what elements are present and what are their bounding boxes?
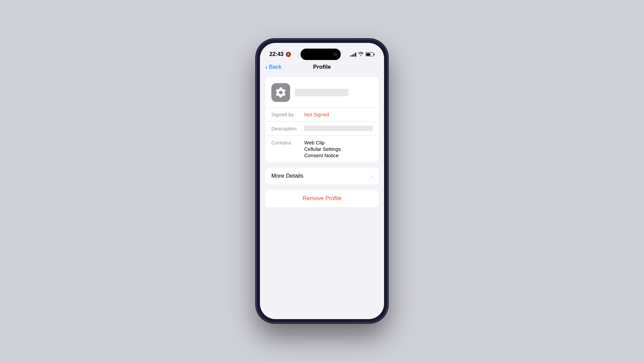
description-label: Description <box>271 126 302 131</box>
contains-item-1: Web Clip <box>304 140 341 145</box>
contains-item-3: Consent Notice <box>304 153 341 158</box>
signed-by-value: Not Signed <box>304 112 329 117</box>
status-left: 22:43 🔕 <box>269 51 291 58</box>
profile-name-placeholder <box>295 89 348 96</box>
contains-item-2: Cellular Settings <box>304 146 341 152</box>
more-details-card: More Details › <box>265 168 379 184</box>
signal-bars-icon <box>350 52 356 57</box>
chevron-right-icon: › <box>371 173 373 179</box>
wifi-icon <box>358 52 364 57</box>
contains-label: Contains <box>271 140 302 145</box>
signed-by-row: Signed by Not Signed <box>265 108 379 122</box>
more-details-label: More Details <box>271 173 303 179</box>
contains-list: Web Clip Cellular Settings Consent Notic… <box>304 140 341 158</box>
profile-card: Signed by Not Signed Description Contain… <box>265 77 379 162</box>
phone-device: 22:43 🔕 <box>257 40 387 322</box>
signal-bar-1 <box>350 55 351 57</box>
back-chevron-icon: ‹ <box>265 64 268 70</box>
battery-tip <box>374 54 375 55</box>
signal-bar-3 <box>354 54 355 57</box>
profile-header <box>265 77 379 108</box>
content-area: Signed by Not Signed Description Contain… <box>260 72 384 207</box>
battery-fill <box>366 53 370 56</box>
remove-profile-button[interactable]: Remove Profile <box>265 190 379 207</box>
contains-row: Contains Web Clip Cellular Settings Cons… <box>265 136 379 162</box>
phone-screen: 22:43 🔕 <box>260 43 384 319</box>
status-bar: 22:43 🔕 <box>260 43 384 61</box>
page-title: Profile <box>313 64 331 70</box>
silent-icon: 🔕 <box>285 52 291 57</box>
gear-icon <box>275 86 287 99</box>
profile-app-icon <box>271 83 290 102</box>
camera-dot <box>333 52 337 56</box>
remove-profile-card: Remove Profile <box>265 190 379 207</box>
signal-bar-4 <box>355 53 356 57</box>
status-right <box>350 52 375 57</box>
status-time: 22:43 <box>269 51 283 58</box>
description-row: Description <box>265 122 379 136</box>
battery-icon <box>366 52 375 56</box>
description-placeholder <box>304 126 373 131</box>
back-label: Back <box>269 64 282 70</box>
navigation-bar: ‹ Back Profile <box>260 61 384 72</box>
back-button[interactable]: ‹ Back <box>265 64 281 70</box>
signal-bar-2 <box>352 55 353 57</box>
profile-rows: Signed by Not Signed Description Contain… <box>265 108 379 162</box>
more-details-row[interactable]: More Details › <box>265 168 379 184</box>
signed-by-label: Signed by <box>271 112 302 117</box>
dynamic-island <box>301 49 341 60</box>
